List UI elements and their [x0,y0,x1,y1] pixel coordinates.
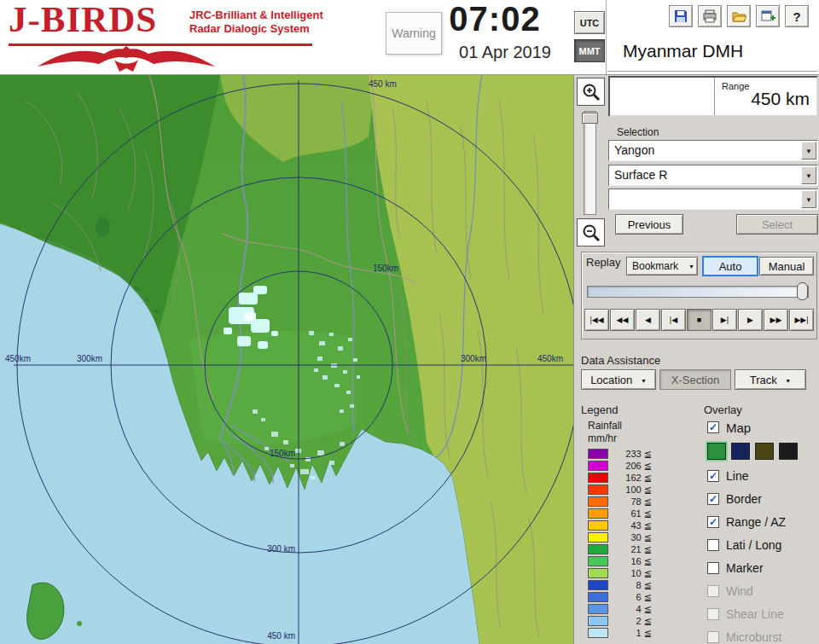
checkbox-lati-long[interactable] [707,539,719,551]
track-button[interactable]: Track ▼ [735,369,806,390]
overlay-label-marker: Marker [726,561,764,575]
mmt-button[interactable]: MMT [574,39,605,62]
track-label: Track [750,374,777,386]
playback-fast-forward-button[interactable]: ▶▶ [764,309,788,331]
playback-step-back-button[interactable]: |◀ [661,309,686,331]
ring-label: 300km [77,354,102,363]
help-button[interactable]: ? [785,5,809,27]
range-value: 450 km [751,89,810,109]
legend-color-swatch [588,508,608,519]
overlay-label-line: Line [726,469,748,483]
checkbox-shear-line[interactable] [707,608,719,620]
replay-slider-track[interactable] [587,286,809,298]
overlay-item-border: ✓Border [707,487,819,510]
select-button[interactable]: Select [736,214,818,235]
map-color-swatches [707,438,819,464]
legend-value: 206 ≦ [613,461,652,472]
checkbox-marker[interactable] [707,562,719,574]
checkbox-range-az[interactable]: ✓ [707,516,719,528]
legend-row: 2 ≦ [588,615,652,627]
legend-value: 2 ≦ [613,616,652,627]
ring-label: 150km [373,264,398,273]
auto-button[interactable]: Auto [702,256,758,276]
range-divider [714,78,715,115]
legend-color-swatch [588,544,608,554]
range-label: Range [722,81,749,91]
site-dropdown[interactable]: Yangon ▼ [608,140,818,161]
overlay-label-microburst: Microburst [726,630,781,644]
overlay-item-range-az: ✓Range / AZ [707,510,819,533]
legend-row: 10 ≦ [588,567,652,579]
range-box: Range 450 km [608,76,818,117]
zoom-slider-track[interactable] [584,111,596,215]
x-section-button[interactable]: X-Section [659,369,731,390]
data-assistance-label: Data Assistance [581,354,660,367]
overlay-list: ✓Map✓Line✓Border✓Range / AZLati / LongMa… [707,416,819,644]
print-button[interactable] [698,5,722,27]
save-icon [673,9,688,24]
new-window-button[interactable] [756,5,780,27]
legend-color-swatch [588,461,608,471]
overlay-item-line: ✓Line [707,464,819,487]
legend-unit-line1: Rainfall [588,420,622,432]
location-button[interactable]: Location ▼ [581,369,656,390]
warning-button[interactable]: Warning [386,12,442,55]
header-divider [606,0,607,75]
selection-label: Selection [617,126,659,138]
playback-step-forward-button[interactable]: ▶| [712,309,737,331]
legend-scale: 233 ≦206 ≦162 ≦100 ≦78 ≦61 ≦43 ≦30 ≦21 ≦… [588,448,652,639]
open-folder-button[interactable] [727,5,751,27]
legend-color-swatch [588,580,608,590]
help-icon: ? [793,9,800,24]
clock-date: 01 Apr 2019 [441,43,569,62]
legend-unit-line2: mm/hr [588,432,617,444]
playback-play-back-button[interactable]: ◀ [636,309,660,331]
playback-stop-button[interactable]: ■ [687,309,712,331]
checkbox-border[interactable]: ✓ [707,493,719,505]
logo: J-BIRDS JRC-Brilliant & Intelligent Rada… [9,2,326,73]
utc-button[interactable]: UTC [574,11,605,34]
overlay-item-lati-long: Lati / Long [707,533,819,556]
checkbox-wind[interactable] [707,585,719,597]
playback-play-button[interactable]: ▶ [738,309,763,331]
map-color-swatch-4[interactable] [779,443,798,460]
playback-skip-start-button[interactable]: |◀◀ [584,309,609,331]
zoom-out-button[interactable] [577,218,605,247]
product-dropdown[interactable]: Surface R ▼ [608,165,818,186]
ring-label: 300 km [267,544,295,554]
zoom-in-button[interactable] [577,78,605,106]
legend-color-swatch [588,496,608,507]
legend-value: 233 ≦ [613,449,652,460]
chevron-down-icon: ▼ [785,378,791,384]
chevron-down-icon[interactable]: ▼ [801,166,816,184]
playback-fast-rewind-button[interactable]: ◀◀ [610,309,635,331]
save-button[interactable] [669,5,693,27]
radar-map[interactable]: 450 km 150km 450km 300km 300km 450km 150… [0,75,573,644]
legend-label: Legend [581,403,618,416]
logo-title: J-BIRDS [9,0,157,40]
chevron-down-icon[interactable]: ▼ [801,142,816,160]
map-color-swatch-3[interactable] [755,443,774,460]
legend-value: 61 ≦ [613,508,652,519]
map-color-swatch-2[interactable] [731,443,750,460]
overlay-item-marker: Marker [707,556,819,579]
replay-slider-thumb[interactable] [797,282,808,300]
extra-dropdown[interactable]: ▼ [608,189,818,210]
overlay-label-lati-long: Lati / Long [726,538,781,552]
ring-label: 150km [270,449,295,458]
manual-button[interactable]: Manual [759,257,814,276]
legend-value: 8 ≦ [613,580,652,591]
checkbox-microburst[interactable] [707,631,719,643]
legend-row: 30 ≦ [588,531,652,543]
zoom-slider-thumb[interactable] [582,113,598,124]
checkbox-map[interactable]: ✓ [707,421,719,433]
checkbox-line[interactable]: ✓ [707,470,719,482]
bookmark-button[interactable]: Bookmark ▼ [626,257,698,276]
product-dropdown-value: Surface R [609,165,817,185]
previous-button[interactable]: Previous [615,214,683,235]
header: J-BIRDS JRC-Brilliant & Intelligent Rada… [0,0,819,75]
legend-row: 162 ≦ [588,472,652,484]
playback-skip-end-button[interactable]: ▶▶| [789,309,814,331]
chevron-down-icon[interactable]: ▼ [801,190,816,208]
map-color-swatch-1[interactable] [707,443,726,460]
